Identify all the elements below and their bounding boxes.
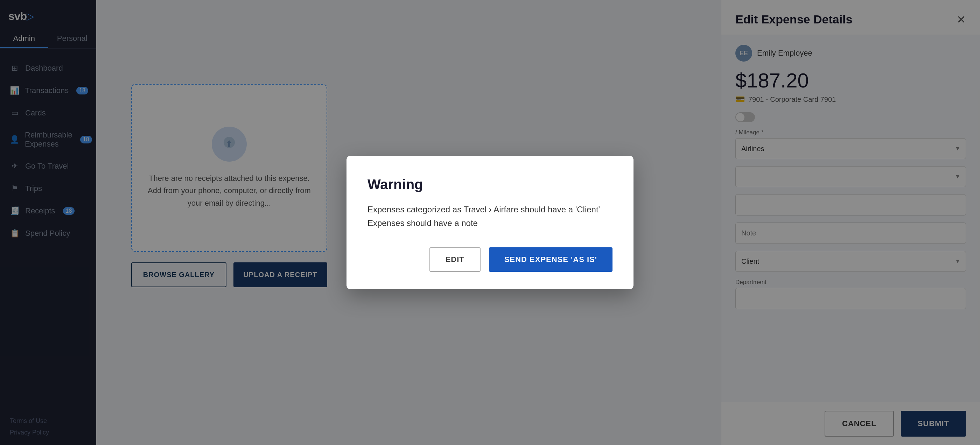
warning-line1: Expenses categorized as Travel › Airfare… bbox=[368, 203, 612, 216]
warning-line2: Expenses should have a note bbox=[368, 216, 612, 230]
warning-buttons: EDIT SEND EXPENSE 'AS IS' bbox=[368, 247, 612, 272]
warning-title: Warning bbox=[368, 177, 612, 192]
modal-overlay: Warning Expenses categorized as Travel ›… bbox=[0, 0, 980, 445]
warning-message: Expenses categorized as Travel › Airfare… bbox=[368, 203, 612, 230]
send-as-is-button[interactable]: SEND EXPENSE 'AS IS' bbox=[489, 247, 612, 272]
edit-button[interactable]: EDIT bbox=[430, 247, 480, 272]
warning-dialog: Warning Expenses categorized as Travel ›… bbox=[347, 156, 633, 289]
